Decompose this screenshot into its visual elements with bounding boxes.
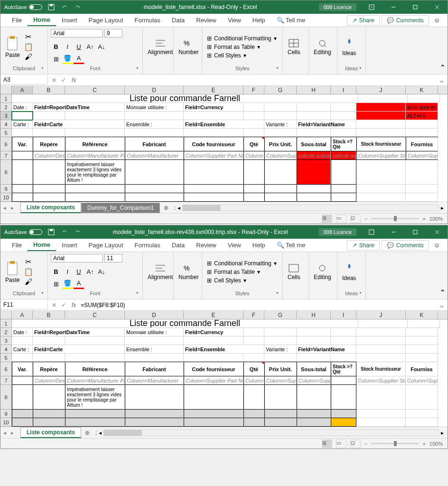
sheet-liste-composants[interactable]: Liste composants xyxy=(20,427,81,438)
select-all-corner[interactable] xyxy=(0,311,12,319)
ideas-button[interactable]: Ideas xyxy=(340,36,358,58)
col-G[interactable]: G xyxy=(264,86,297,94)
tab-tellme[interactable]: 🔍 Tell me xyxy=(271,240,311,251)
sheet-dummy[interactable]: Dummy_for_Comparison1 xyxy=(81,203,160,213)
horizontal-scrollbar[interactable]: : ◂▸ xyxy=(172,205,448,211)
sheet-liste-composants[interactable]: Liste composants xyxy=(20,202,81,213)
tab-data[interactable]: Data xyxy=(166,240,190,251)
borders-icon[interactable]: ⊞ xyxy=(51,54,61,64)
next-sheet-icon[interactable]: ▸ xyxy=(11,205,18,211)
editing-button[interactable]: Editing xyxy=(312,262,333,282)
number-button[interactable]: % Number xyxy=(177,37,201,57)
fill-color-icon[interactable]: 🪣 xyxy=(62,279,73,289)
col-J[interactable]: J xyxy=(356,86,406,94)
col-H[interactable]: H xyxy=(297,86,331,94)
col-E[interactable]: E xyxy=(184,86,243,94)
cut-icon[interactable]: ✂ xyxy=(24,258,33,266)
cell-qty-marker[interactable]: Qté xyxy=(243,137,264,151)
zoom-slider[interactable] xyxy=(371,443,419,444)
paste-button[interactable]: Paste xyxy=(3,35,22,59)
minimize-icon[interactable] xyxy=(383,225,404,239)
conditional-formatting-button[interactable]: ⊞ Conditional Formatting ▾ xyxy=(205,35,279,42)
save-icon[interactable] xyxy=(47,228,56,236)
row-8[interactable]: 8 xyxy=(0,160,12,185)
font-name-select[interactable] xyxy=(51,254,103,262)
conditional-formatting-button[interactable]: ⊞ Conditional Formatting ▾ xyxy=(205,260,279,267)
fx-icon[interactable]: fx xyxy=(70,302,78,308)
italic-button[interactable]: I xyxy=(62,41,73,52)
add-sheet-icon[interactable]: ⊕ xyxy=(81,430,93,436)
cancel-formula-icon[interactable]: ✕ xyxy=(50,301,58,309)
comments-button[interactable]: 💬 Comments xyxy=(382,240,429,251)
cells-button[interactable]: Cells xyxy=(286,37,302,57)
decrease-font-icon[interactable]: A↓ xyxy=(96,41,107,52)
increase-font-icon[interactable]: A↑ xyxy=(85,41,95,52)
font-name-select[interactable] xyxy=(51,29,103,37)
ribbon-options-icon[interactable] xyxy=(361,0,382,14)
tab-tellme[interactable]: 🔍 Tell me xyxy=(271,15,311,26)
tab-review[interactable]: Review xyxy=(190,240,222,251)
enter-formula-icon[interactable]: ✓ xyxy=(59,76,68,84)
italic-button[interactable]: I xyxy=(62,266,73,277)
row-3[interactable]: 3 xyxy=(0,112,12,120)
page-layout-view-icon[interactable]: ▭ xyxy=(336,439,346,448)
close-icon[interactable] xyxy=(427,0,448,14)
spreadsheet-grid-2[interactable]: A B C D E F G H I J K 1Liste pour comman… xyxy=(0,311,448,427)
row-4[interactable]: 4 xyxy=(0,120,12,129)
selected-cell-A3[interactable] xyxy=(12,112,33,120)
cells-button[interactable]: Cells xyxy=(286,262,302,282)
zoom-out-icon[interactable]: − xyxy=(364,441,367,447)
row-6[interactable]: 6 xyxy=(0,137,12,151)
page-break-view-icon[interactable]: ⊡ xyxy=(350,215,361,223)
expand-formula-icon[interactable]: ⌄ xyxy=(436,75,448,84)
share-button[interactable]: ↗ Share xyxy=(347,240,380,251)
col-A[interactable]: A xyxy=(12,86,33,94)
col-B[interactable]: B xyxy=(33,86,65,94)
redo-icon[interactable] xyxy=(74,228,82,236)
tab-pagelayout[interactable]: Page Layout xyxy=(83,15,129,26)
zoom-in-icon[interactable]: + xyxy=(422,216,425,222)
formula-input[interactable] xyxy=(78,76,436,84)
next-sheet-icon[interactable]: ▸ xyxy=(11,430,18,436)
save-icon[interactable] xyxy=(47,3,56,11)
row-5[interactable]: 5 xyxy=(0,129,12,137)
zoom-out-icon[interactable]: − xyxy=(364,216,367,222)
format-painter-icon[interactable]: 🖌 xyxy=(24,53,33,61)
undo-icon[interactable] xyxy=(60,228,69,236)
tab-home[interactable]: Home xyxy=(28,14,56,26)
maximize-icon[interactable] xyxy=(405,0,426,14)
cut-icon[interactable]: ✂ xyxy=(24,33,33,41)
col-C[interactable]: C xyxy=(65,86,125,94)
tab-home[interactable]: Home xyxy=(28,239,56,251)
font-color-icon[interactable]: A xyxy=(74,54,84,64)
minimize-icon[interactable] xyxy=(383,0,404,14)
font-color-icon[interactable]: A xyxy=(74,279,84,289)
tab-insert[interactable]: Insert xyxy=(56,15,83,26)
tab-insert[interactable]: Insert xyxy=(56,240,83,251)
normal-view-icon[interactable]: ⊞ xyxy=(322,215,332,223)
zoom-level[interactable]: 100% xyxy=(429,441,443,447)
row-1[interactable]: 1 xyxy=(0,94,12,103)
redo-icon[interactable] xyxy=(74,3,82,11)
font-size-select[interactable] xyxy=(104,254,122,262)
add-sheet-icon[interactable]: ⊕ xyxy=(160,205,172,211)
name-box[interactable] xyxy=(0,75,48,84)
fx-icon[interactable]: fx xyxy=(70,77,78,84)
help-icon[interactable]: ☺ xyxy=(431,17,443,24)
copy-icon[interactable]: 📋 xyxy=(24,268,33,276)
col-D[interactable]: D xyxy=(125,86,184,94)
fill-color-icon[interactable]: 🪣 xyxy=(62,54,73,64)
prev-sheet-icon[interactable]: ◂ xyxy=(3,430,10,436)
enter-formula-icon[interactable]: ✓ xyxy=(59,301,68,309)
row-7[interactable]: 7 xyxy=(0,151,12,160)
ideas-button[interactable]: Ideas xyxy=(340,261,358,283)
prev-sheet-icon[interactable]: ◂ xyxy=(3,205,10,211)
page-layout-view-icon[interactable]: ▭ xyxy=(336,215,346,223)
zoom-in-icon[interactable]: + xyxy=(422,441,425,447)
bold-button[interactable]: B xyxy=(51,41,61,52)
collapse-ribbon-icon[interactable]: ⌃ xyxy=(439,288,446,297)
paste-button[interactable]: Paste xyxy=(3,260,22,284)
tab-view[interactable]: View xyxy=(222,240,247,251)
close-icon[interactable] xyxy=(427,225,448,239)
normal-view-icon[interactable]: ⊞ xyxy=(322,439,332,448)
